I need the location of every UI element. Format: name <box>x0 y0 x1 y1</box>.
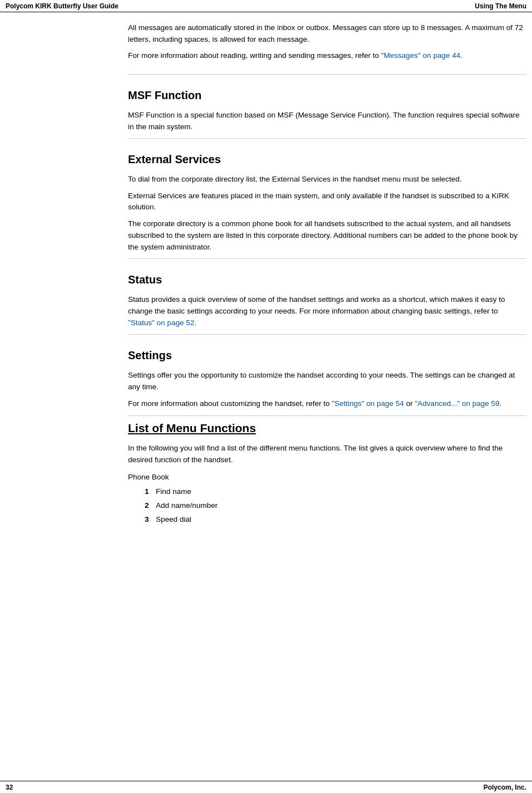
intro-p2-prefix: For more information about reading, writ… <box>128 51 381 60</box>
settings-p1: Settings offer you the opportunity to cu… <box>128 370 526 393</box>
main-content: All messages are automatically stored in… <box>0 12 532 545</box>
item-text-2: Add name/number <box>156 501 218 510</box>
section-settings: Settings Settings offer you the opportun… <box>128 334 526 410</box>
section-heading-msf: MSF Function <box>128 86 526 102</box>
item-text-3: Speed dial <box>156 515 191 523</box>
section-status: Status Status provides a quick overview … <box>128 258 526 329</box>
menu-list: 1Find name 2Add name/number 3Speed dial <box>145 486 526 526</box>
section-content-settings: Settings offer you the opportunity to cu… <box>128 370 526 410</box>
status-p1-suffix: . <box>194 319 196 327</box>
list-item: 2Add name/number <box>145 500 526 512</box>
section-content-external: To dial from the corporate directory lis… <box>128 174 526 254</box>
external-p1: To dial from the corporate directory lis… <box>128 174 526 185</box>
settings-p2-middle: or <box>404 399 415 408</box>
intro-p2: For more information about reading, writ… <box>128 50 526 62</box>
footer-company: Polycom, Inc. <box>484 784 526 791</box>
status-p1-prefix: Status provides a quick overview of some… <box>128 295 505 315</box>
external-p2: External Services are features placed in… <box>128 190 526 214</box>
header-title-left: Polycom KIRK Butterfly User Guide <box>6 2 119 10</box>
lmf-intro: In the following you will find a list of… <box>128 443 526 466</box>
settings-p2-suffix: . <box>500 399 502 408</box>
footer-page-number: 32 <box>6 784 13 791</box>
settings-link2[interactable]: "Advanced..." on page 59 <box>415 399 499 408</box>
section-external: External Services To dial from the corpo… <box>128 138 526 254</box>
section-heading-status: Status <box>128 270 526 286</box>
msf-p1: MSF Function is a special function based… <box>128 110 526 133</box>
list-menu-functions-heading: List of Menu Functions <box>128 422 526 435</box>
list-item: 3Speed dial <box>145 514 526 526</box>
list-item: 1Find name <box>145 486 526 498</box>
item-text-1: Find name <box>156 487 191 496</box>
section-heading-external: External Services <box>128 150 526 166</box>
section-msf: MSF Function MSF Function is a special f… <box>128 74 526 133</box>
status-p1: Status provides a quick overview of some… <box>128 294 526 329</box>
header-title-right: Using The Menu <box>475 2 526 10</box>
intro-p1: All messages are automatically stored in… <box>128 22 526 46</box>
intro-p2-suffix: . <box>460 51 462 60</box>
section-content-status: Status provides a quick overview of some… <box>128 294 526 329</box>
item-num-1: 1 <box>145 486 154 498</box>
phone-book-label: Phone Book <box>128 472 526 483</box>
item-num-2: 2 <box>145 500 154 512</box>
section-heading-settings: Settings <box>128 346 526 362</box>
settings-link1[interactable]: "Settings" on page 54 <box>332 399 404 408</box>
page-header: Polycom KIRK Butterfly User Guide Using … <box>0 0 532 12</box>
item-num-3: 3 <box>145 514 154 526</box>
section-content-msf: MSF Function is a special function based… <box>128 110 526 133</box>
page-footer: 32 Polycom, Inc. <box>0 781 532 793</box>
intro-block: All messages are automatically stored in… <box>128 22 526 62</box>
status-link[interactable]: "Status" on page 52 <box>128 319 194 327</box>
section-list-menu-functions: List of Menu Functions In the following … <box>128 415 526 526</box>
external-p3: The corporate directory is a common phon… <box>128 218 526 253</box>
settings-p2: For more information about customizing t… <box>128 398 526 410</box>
messages-link[interactable]: "Messages" on page 44 <box>381 51 460 60</box>
settings-p2-prefix: For more information about customizing t… <box>128 399 332 408</box>
